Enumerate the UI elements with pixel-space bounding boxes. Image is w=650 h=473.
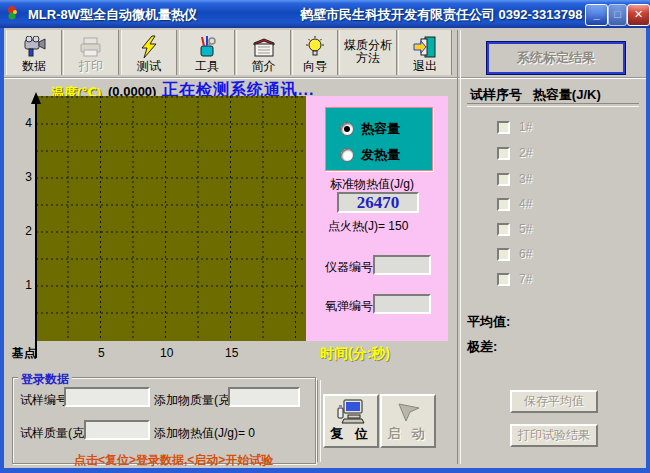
radio-heat-capacity[interactable]: 热容量 xyxy=(340,120,400,138)
chart-plot-area xyxy=(36,96,306,341)
y-tick: 4 xyxy=(12,116,32,130)
x-tick: 15 xyxy=(225,346,238,360)
lightning-icon xyxy=(138,34,160,60)
additive-heat-label: 添加物热值(J/g)= 0 xyxy=(154,425,255,442)
bomb-no-label: 氧弹编号 xyxy=(325,298,373,315)
start-button-label: 启 动 xyxy=(387,425,429,443)
average-label: 平均值: xyxy=(467,313,510,331)
sample-no-input[interactable] xyxy=(64,387,150,407)
sample-checkbox-row: 7# xyxy=(497,272,532,286)
toolbar-button-data[interactable]: 数据 xyxy=(6,30,62,75)
header-heat-capacity: 热容量(J/K) xyxy=(533,87,601,102)
y-tick: 1 xyxy=(12,278,32,292)
checkbox-icon[interactable] xyxy=(497,198,510,211)
radio-label: 热容量 xyxy=(361,120,400,138)
computer-icon xyxy=(336,399,366,425)
save-average-button[interactable]: 保存平均值 xyxy=(510,390,598,413)
notebook-icon xyxy=(251,34,277,60)
reset-button[interactable]: 复 位 xyxy=(323,394,379,448)
toolbar-label: 测试 xyxy=(137,60,161,73)
company-title: 鹤壁市民生科技开发有限责任公司 0392-3313798 xyxy=(300,6,582,24)
instrument-no-input[interactable] xyxy=(373,255,431,275)
y-tick: 3 xyxy=(12,170,32,184)
sample-label: 6# xyxy=(519,247,532,261)
additive-mass-label: 添加物质量(克) xyxy=(154,392,234,409)
x-origin-label: 基点 xyxy=(12,345,36,362)
minimize-button[interactable]: _ xyxy=(585,4,608,26)
bomb-no-input[interactable] xyxy=(373,294,431,314)
start-button[interactable]: 启 动 xyxy=(380,394,436,448)
vertical-divider xyxy=(317,380,321,462)
toolbar-label: 煤质分析方法 xyxy=(342,39,394,65)
toolbar-label: 工具 xyxy=(195,60,219,73)
sample-checkbox-row: 3# xyxy=(497,172,532,186)
checkbox-icon[interactable] xyxy=(497,147,510,160)
sample-label: 2# xyxy=(519,146,532,160)
toolbar-label: 简介 xyxy=(252,60,276,73)
app-icon xyxy=(6,5,23,22)
title-bar[interactable]: MLR-8W型全自动微机量热仪 鹤壁市民生科技开发有限责任公司 0392-331… xyxy=(0,0,650,28)
radio-calorific-value[interactable]: 发热量 xyxy=(340,146,400,164)
standard-heat-input[interactable]: 26470 xyxy=(337,192,419,213)
sample-label: 7# xyxy=(519,272,532,286)
toolbar-button-test[interactable]: 测试 xyxy=(121,30,177,75)
bulb-icon xyxy=(303,34,327,60)
sample-mass-label: 试样质量(克) xyxy=(20,425,88,442)
close-button[interactable]: ✕ xyxy=(627,4,650,26)
chart-gridlines xyxy=(36,96,306,341)
window-title: MLR-8W型全自动微机量热仪 xyxy=(28,6,197,24)
cursor-arrow-icon xyxy=(393,399,423,425)
y-tick: 2 xyxy=(12,224,32,238)
login-groupbox-title: 登录数据 xyxy=(18,371,72,388)
sample-mass-input[interactable] xyxy=(84,420,150,440)
tools-icon xyxy=(194,34,220,60)
toolbar-button-intro[interactable]: 简介 xyxy=(236,30,291,75)
maximize-button[interactable]: □ xyxy=(608,4,627,26)
sample-label: 1# xyxy=(519,120,532,134)
checkbox-icon[interactable] xyxy=(497,223,510,236)
additive-mass-input[interactable] xyxy=(228,387,300,407)
toolbar-button-tools[interactable]: 工具 xyxy=(179,30,235,75)
hint-text: 点击<复位>登录数据,<启动>开始试验 xyxy=(74,452,273,469)
radio-unselected-icon[interactable] xyxy=(340,148,354,162)
sample-label: 5# xyxy=(519,222,532,236)
checkbox-icon[interactable] xyxy=(497,273,510,286)
mode-select-box: 热容量 发热量 xyxy=(325,107,433,171)
header-underline xyxy=(467,103,639,107)
calibration-title-button[interactable]: 系统标定结果 xyxy=(487,42,625,74)
client-area: 数据 打印 测试 工具 xyxy=(4,28,646,468)
toolbar-label: 数据 xyxy=(22,60,46,73)
application-window: MLR-8W型全自动微机量热仪 鹤壁市民生科技开发有限责任公司 0392-331… xyxy=(0,0,650,473)
calibration-header: 试样序号 热容量(J/K) xyxy=(470,86,601,104)
exit-icon xyxy=(412,34,438,60)
toolbar-button-exit[interactable]: 退出 xyxy=(398,30,452,75)
radio-selected-icon[interactable] xyxy=(340,122,354,136)
ignition-heat-label: 点火热(J)= 150 xyxy=(328,218,408,235)
instrument-no-label: 仪器编号 xyxy=(325,259,373,276)
print-results-button[interactable]: 打印试验结果 xyxy=(510,424,598,447)
toolbar-button-print[interactable]: 打印 xyxy=(63,30,119,75)
sample-label: 3# xyxy=(519,172,532,186)
header-sample-no: 试样序号 xyxy=(470,87,522,102)
checkbox-icon[interactable] xyxy=(497,121,510,134)
x-tick: 5 xyxy=(98,346,105,360)
sample-checkbox-row: 6# xyxy=(497,247,532,261)
checkbox-icon[interactable] xyxy=(497,173,510,186)
x-tick: 10 xyxy=(160,346,173,360)
sample-checkbox-row: 4# xyxy=(497,197,532,211)
sample-checkbox-row: 1# xyxy=(497,120,532,134)
vertical-divider xyxy=(457,30,461,464)
x-axis-title: 时间(分:秒) xyxy=(320,345,390,363)
sample-checkbox-row: 5# xyxy=(497,222,532,236)
toolbar-label: 向导 xyxy=(303,60,327,73)
printer-icon xyxy=(78,34,104,60)
checkbox-icon[interactable] xyxy=(497,248,510,261)
toolbar-button-wizard[interactable]: 向导 xyxy=(292,30,338,75)
sample-checkbox-row: 2# xyxy=(497,146,532,160)
range-label: 极差: xyxy=(467,338,497,356)
camera-icon xyxy=(21,34,47,60)
standard-heat-label: 标准物热值(J/g) xyxy=(330,176,414,193)
toolbar-label: 退出 xyxy=(413,60,437,73)
toolbar-button-coal-analysis[interactable]: 煤质分析方法 xyxy=(339,30,397,75)
sample-label: 4# xyxy=(519,197,532,211)
